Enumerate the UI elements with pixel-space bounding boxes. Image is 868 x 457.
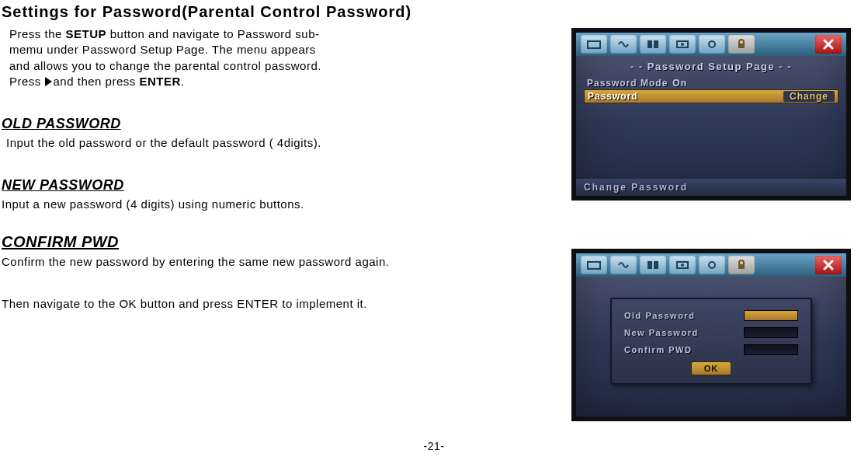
label: Confirm PWD bbox=[624, 345, 692, 354]
osd-tab-bar bbox=[576, 253, 846, 277]
tab-dolby-icon bbox=[640, 35, 666, 54]
svg-rect-9 bbox=[654, 261, 658, 269]
confirm-pwd-text: Confirm the new password by entering the… bbox=[2, 254, 436, 270]
svg-rect-0 bbox=[588, 41, 600, 48]
osd-row-password-change: Password Change bbox=[584, 89, 838, 103]
input-field bbox=[744, 344, 798, 355]
svg-point-4 bbox=[681, 43, 684, 46]
value: On bbox=[672, 78, 687, 89]
tab-exit-icon bbox=[815, 35, 842, 54]
instruction-column: Press the SETUP button and navigate to P… bbox=[2, 26, 436, 312]
dialog-row-new-password: New Password bbox=[624, 327, 798, 338]
text: Then navigate to the bbox=[2, 297, 119, 310]
dialog-ok-button: OK bbox=[691, 361, 732, 375]
svg-point-11 bbox=[681, 263, 684, 267]
svg-rect-8 bbox=[648, 261, 652, 269]
old-password-text: Input the old password or the default pa… bbox=[2, 135, 436, 151]
dialog-row-old-password: Old Password bbox=[624, 310, 798, 321]
svg-point-5 bbox=[709, 41, 715, 47]
tab-preference-icon bbox=[699, 35, 725, 54]
osd-menu-area: - - Password Setup Page - - Password Mod… bbox=[576, 56, 846, 179]
text: button and navigate to Password sub- bbox=[106, 27, 320, 40]
setup-keyword: SETUP bbox=[66, 27, 107, 40]
osd-heading: - - Password Setup Page - - bbox=[584, 61, 838, 72]
old-password-heading: OLD PASSWORD bbox=[2, 116, 436, 132]
tab-general-icon bbox=[581, 35, 607, 54]
svg-rect-2 bbox=[654, 40, 658, 48]
intro-paragraph: Press the SETUP button and navigate to P… bbox=[2, 26, 436, 89]
osd-status-bar: Change Password bbox=[576, 179, 846, 196]
tab-dolby-icon bbox=[640, 256, 666, 274]
text: to implement it. bbox=[279, 297, 367, 310]
change-password-dialog: Old Password New Password Confirm PWD OK bbox=[610, 298, 812, 385]
text: . bbox=[181, 75, 185, 88]
screenshot-change-password-dialog: Old Password New Password Confirm PWD OK bbox=[571, 249, 851, 421]
osd-menu-area: Old Password New Password Confirm PWD OK bbox=[576, 277, 846, 417]
text: memu under Password Setup Page. The menu… bbox=[9, 42, 436, 58]
svg-rect-13 bbox=[738, 264, 745, 269]
osd-tab-bar bbox=[576, 33, 846, 56]
tab-audio-icon bbox=[610, 35, 637, 54]
ok-keyword: OK bbox=[119, 297, 137, 310]
label: Old Password bbox=[624, 311, 695, 320]
enter-keyword: ENTER bbox=[237, 297, 278, 310]
tab-general-icon bbox=[581, 256, 607, 274]
tab-video-icon bbox=[669, 256, 696, 274]
screenshot-password-setup-page: - - Password Setup Page - - Password Mod… bbox=[571, 28, 851, 201]
text: and then press bbox=[54, 75, 140, 88]
new-password-heading: NEW PASSWORD bbox=[2, 177, 436, 194]
tab-password-icon bbox=[728, 256, 755, 274]
input-field bbox=[744, 310, 798, 321]
tab-preference-icon bbox=[699, 256, 725, 274]
svg-rect-6 bbox=[738, 44, 745, 48]
text: button and press bbox=[137, 297, 237, 310]
right-arrow-icon bbox=[45, 77, 52, 86]
confirm-pwd-heading: CONFIRM PWD bbox=[2, 233, 436, 251]
label: Password Mode bbox=[587, 78, 668, 89]
text: and allows you to change the parental co… bbox=[9, 58, 436, 74]
then-paragraph: Then navigate to the OK button and press… bbox=[2, 296, 436, 312]
text: Press bbox=[9, 75, 41, 88]
tab-audio-icon bbox=[610, 256, 637, 274]
tab-video-icon bbox=[669, 35, 696, 54]
label: New Password bbox=[624, 328, 699, 337]
tab-exit-icon bbox=[815, 256, 842, 274]
enter-keyword: ENTER bbox=[139, 75, 180, 88]
label: Password bbox=[588, 91, 638, 102]
svg-rect-7 bbox=[588, 262, 600, 269]
value: Change bbox=[783, 91, 835, 102]
new-password-text: Input a new password (4 digits) using nu… bbox=[2, 197, 436, 212]
osd-row-password-mode: Password Mode On bbox=[584, 77, 838, 89]
input-field bbox=[744, 327, 798, 338]
tab-password-icon bbox=[728, 35, 755, 54]
text: Press the bbox=[9, 27, 66, 40]
svg-point-12 bbox=[709, 262, 715, 268]
svg-rect-1 bbox=[648, 40, 652, 48]
page-number: -21- bbox=[424, 440, 445, 452]
dialog-row-confirm-pwd: Confirm PWD bbox=[624, 344, 798, 355]
